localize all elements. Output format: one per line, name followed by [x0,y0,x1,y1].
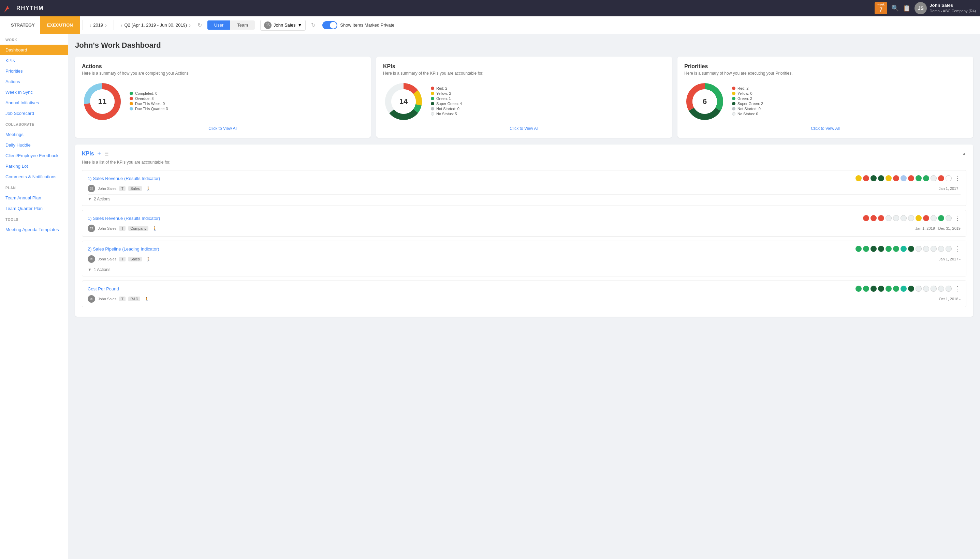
sidebar-item-daily-huddle[interactable]: Daily Huddle [0,140,68,150]
top-nav: RHYTHM week 7 🔍 📋 JS John Sales Demo - A… [0,0,980,17]
user-selector[interactable]: JS John Sales ▼ [260,20,306,31]
sidebar-item-parking-lot[interactable]: Parking Lot [0,161,68,172]
kpi-collapse-button[interactable]: ▲ [962,151,966,156]
kpi-menu-4[interactable]: ⋮ [954,285,960,293]
kpis-card-content: 14 Red: 2 Yellow: 2 Green: [383,81,665,122]
user-toggle-btn[interactable]: User [207,20,230,30]
sidebar-work-title: WORK [5,38,62,42]
actions-card-subtitle: Here is a summary of how you are complet… [82,71,364,76]
kpi-list-header: KPIs + ☰ ▲ [82,150,966,157]
legend-label-due-week: Due This Week: 0 [135,102,165,106]
kpi-dot [908,246,914,252]
sidebar-collaborate-section: COLLABORATE [0,119,68,129]
legend-dot-green [431,97,434,100]
legend-dot-red [732,87,735,90]
kpi-menu-3[interactable]: ⋮ [954,245,960,253]
kpis-card: KPIs Here is a summary of the KPIs you a… [376,56,672,138]
sidebar-item-meetings[interactable]: Meetings [0,129,68,140]
kpi-add-button[interactable]: + [98,150,101,157]
sidebar-item-team-quarter[interactable]: Team Quarter Plan [0,203,68,214]
kpi-tag-t-2: T [119,226,126,231]
priorities-view-all-link[interactable]: Click to View All [684,126,966,131]
quarter-prev-arrow[interactable]: ‹ [121,23,123,28]
kpi-tag-rd: R&D [128,296,140,301]
sidebar-item-actions[interactable]: Actions [0,76,68,87]
year-nav: ‹ 2019 › [86,23,111,28]
sidebar-item-week-in-sync[interactable]: Week In Sync [0,87,68,98]
kpi-menu-2[interactable]: ⋮ [954,214,960,222]
sidebar-item-team-annual[interactable]: Team Annual Plan [0,193,68,203]
kpi-filter-button[interactable]: ☰ [104,151,109,157]
strategy-button[interactable]: STRATEGY [5,17,40,34]
kpi-menu-1[interactable]: ⋮ [954,175,960,182]
kpi-meta-3: JS John Sales T Sales 🚶 Jan 1, 2017 - [88,255,960,263]
user-team-toggle: User Team [207,20,255,30]
actions-view-all-link[interactable]: Click to View All [82,126,364,131]
sidebar-item-meeting-templates[interactable]: Meeting Agenda Templates [0,224,68,235]
kpi-name-1[interactable]: 1) Sales Revenue (Results Indicator) [88,176,856,181]
search-icon[interactable]: 🔍 [891,5,899,12]
sidebar-tools-section: TOOLS [0,214,68,224]
sidebar-item-client-feedback[interactable]: Client/Employee Feedback [0,150,68,161]
kpi-tag-t-4: T [119,296,126,301]
execution-button[interactable]: EXECUTION [40,17,80,34]
kpi-name-3[interactable]: 2) Sales Pipeline (Leading Indicator) [88,246,856,251]
sidebar-item-priorities[interactable]: Priorities [0,66,68,76]
main-content: John's Work Dashboard Actions Here is a … [68,34,980,559]
kpi-dot [930,286,937,292]
user-area: JS John Sales Demo - ABC Company (R4) [915,2,976,14]
kpi-owner-name-3: John Sales [98,257,116,261]
kpi-dot [938,215,944,221]
kpi-expand-btn-1[interactable]: ▼ [88,197,92,202]
kpi-person-icon-2: 🚶 [153,227,157,231]
legend-item: Red: 2 [732,86,763,90]
private-toggle-switch[interactable] [322,21,337,29]
legend-dot-super-green [732,102,735,105]
sidebar-tools-title: TOOLS [5,218,62,222]
kpi-dot [856,246,862,252]
sidebar-item-kpis[interactable]: KPIs [0,55,68,66]
legend-label-yellow: Yellow: 2 [436,91,451,96]
kpi-dot [945,215,952,221]
kpis-view-all-link[interactable]: Click to View All [383,126,665,131]
kpi-list-title: KPIs [82,150,94,157]
kpi-dot [871,215,877,221]
sub-nav: STRATEGY EXECUTION ‹ 2019 › ‹ Q2 (Apr 1,… [0,17,980,34]
svg-marker-0 [4,6,9,13]
kpi-dot [863,246,869,252]
team-toggle-btn[interactable]: Team [230,20,255,30]
kpi-actions-label-3: 1 Actions [94,267,111,272]
year-prev-arrow[interactable]: ‹ [90,23,91,28]
priorities-donut: 6 [684,81,725,122]
sidebar-item-comments[interactable]: Comments & Notifications [0,172,68,182]
notifications-icon[interactable]: 📋 [903,5,910,12]
logo[interactable]: RHYTHM [4,3,44,13]
kpi-dot [923,175,929,181]
kpi-name-2[interactable]: 1) Sales Revenue (Results Indicator) [88,216,863,221]
refresh-icon[interactable]: ↻ [195,22,205,28]
priorities-card: Priorities Here is a summary of how you … [677,56,973,138]
sidebar-item-annual-initiatives[interactable]: Annual Initiatives [0,98,68,108]
avatar: JS [915,2,927,14]
kpi-dot [930,175,937,181]
legend-item: Super Green: 2 [732,102,763,106]
sidebar-item-job-scorecard[interactable]: Job Scorecard [0,108,68,119]
kpi-owner-avatar-2: JS [88,225,95,232]
quarter-next-arrow[interactable]: › [189,23,191,28]
sidebar-item-dashboard[interactable]: Dashboard [0,45,68,55]
legend-item: Yellow: 0 [732,91,763,96]
year-next-arrow[interactable]: › [105,23,107,28]
legend-label-red: Red: 2 [738,86,748,90]
legend-dot-no-status [732,112,735,116]
legend-label-completed: Completed: 0 [135,91,157,96]
kpi-person-icon: 🚶 [146,187,151,191]
year-value: 2019 [93,23,103,28]
week-badge: week 7 [875,2,887,14]
kpi-date-1: Jan 1, 2017 - [939,187,960,190]
user-subtitle: Demo - ABC Company (R4) [930,8,976,13]
legend-label-not-started: Not Started: 0 [738,107,761,111]
refresh-icon-2[interactable]: ↻ [308,22,318,28]
kpi-name-4[interactable]: Cost Per Pound [88,286,856,291]
user-selector-name: John Sales [274,23,295,28]
kpi-expand-btn-3[interactable]: ▼ [88,267,92,272]
